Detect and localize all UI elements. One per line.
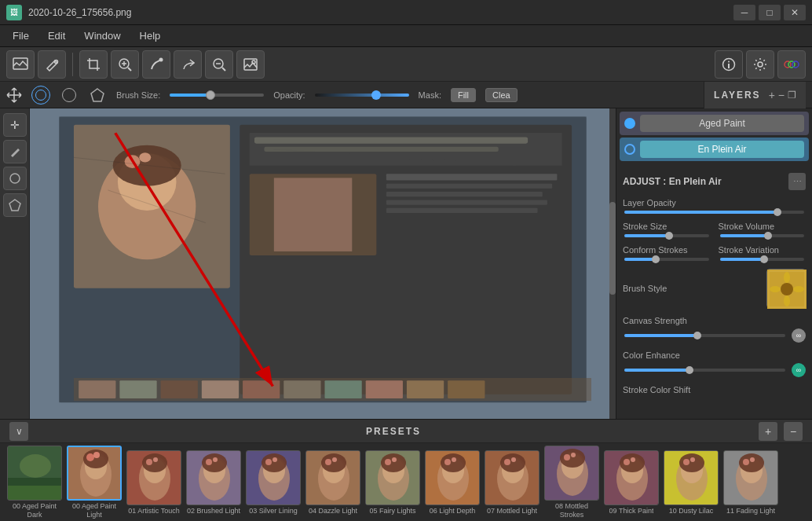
curve-button[interactable] <box>142 50 170 79</box>
svg-point-86 <box>206 459 212 465</box>
effects-button[interactable] <box>777 50 806 79</box>
image-button[interactable] <box>236 50 265 79</box>
preset-item[interactable]: 06 Light Depth <box>424 450 481 515</box>
move-canvas-tool[interactable]: ✛ <box>3 113 27 137</box>
adjust-title: ADJUST : En Plein Air <box>623 176 784 187</box>
svg-rect-44 <box>119 380 156 398</box>
layer-opacity-slider[interactable] <box>624 211 804 214</box>
presets-title: PRESETS <box>35 426 752 437</box>
layer-item-aged-paint[interactable]: Aged Paint <box>620 112 809 135</box>
layers-add-btn[interactable]: + <box>769 89 775 101</box>
preset-item[interactable]: 07 Mottled Light <box>484 450 540 515</box>
right-panel: Aged Paint En Plein Air ADJUST : En Plei… <box>616 108 812 419</box>
layer-visibility-dot[interactable] <box>624 118 635 129</box>
preset-item[interactable]: 00 Aged Paint Light <box>66 446 123 519</box>
preset-item[interactable]: 11 Fading Light <box>722 450 779 515</box>
polygon-tool[interactable] <box>88 86 107 105</box>
conform-strokes-slider[interactable] <box>624 258 709 261</box>
redo-button[interactable] <box>174 50 202 79</box>
layer-visibility-dot-2[interactable] <box>624 144 635 155</box>
svg-point-14 <box>728 61 730 62</box>
settings-button[interactable] <box>746 50 774 79</box>
minimize-button[interactable]: ─ <box>733 5 755 20</box>
info-button[interactable] <box>715 50 743 79</box>
svg-rect-46 <box>202 380 239 398</box>
mask-label: Mask: <box>419 90 441 100</box>
preset-item[interactable]: 09 Thick Paint <box>603 450 660 515</box>
preset-label: 00 Aged Paint Dark <box>7 502 62 519</box>
preset-item[interactable]: 02 Brushed Light <box>185 450 242 515</box>
svg-rect-69 <box>8 486 62 501</box>
svg-line-9 <box>222 68 225 71</box>
menu-window[interactable]: Window <box>75 27 130 45</box>
color-enhance-link-icon[interactable]: ∞ <box>792 363 806 377</box>
preset-item[interactable]: 03 Silver Lining <box>245 450 302 515</box>
adjust-options-btn[interactable]: ⋯ <box>788 173 806 190</box>
stroke-volume-param: Stroke Volume <box>719 222 807 237</box>
stroke-volume-slider[interactable] <box>720 234 805 237</box>
layers-copy-btn[interactable]: ❐ <box>788 90 796 101</box>
preset-thumbnail <box>126 450 181 505</box>
preset-label: 10 Dusty Lilac <box>669 507 714 515</box>
close-button[interactable]: ✕ <box>784 5 806 20</box>
preset-item[interactable]: 04 Dazzle Light <box>305 450 361 515</box>
vertical-scrollbar[interactable] <box>609 108 616 419</box>
brush-button[interactable] <box>38 50 66 79</box>
opacity-slider[interactable] <box>315 94 409 97</box>
svg-point-121 <box>560 449 585 468</box>
menu-help[interactable]: Help <box>130 27 170 45</box>
presets-scroll-area[interactable]: 00 Aged Paint Dark 00 Aged Paint Light 0… <box>0 443 812 521</box>
stroke-size-slider[interactable] <box>624 234 709 237</box>
circle-canvas-tool[interactable] <box>3 167 27 190</box>
zoom-out-button[interactable] <box>205 50 233 79</box>
brush-style-thumbnail[interactable] <box>766 269 806 308</box>
preset-thumbnail <box>186 450 241 505</box>
color-enhance-slider[interactable] <box>624 369 785 372</box>
preset-item[interactable]: 00 Aged Paint Dark <box>6 446 63 519</box>
preset-item[interactable]: 01 Artistic Touch <box>126 450 182 515</box>
layer-item-en-plein-air[interactable]: En Plein Air <box>620 138 809 161</box>
circle-tool[interactable] <box>60 86 79 105</box>
layers-remove-btn[interactable]: − <box>778 89 785 101</box>
polygon-canvas-tool[interactable] <box>3 193 27 217</box>
main-area: ✛ <box>0 108 812 419</box>
svg-point-91 <box>262 453 287 472</box>
layer-opacity-param: Layer Opacity <box>623 198 806 214</box>
clear-button[interactable]: Clea <box>485 88 518 102</box>
options-bar: Brush Size: Opacity: Mask: Fill Clea LAY… <box>0 82 812 108</box>
svg-point-92 <box>265 459 272 465</box>
preset-label: 00 Aged Paint Light <box>67 502 122 519</box>
stroke-variation-slider[interactable] <box>720 258 805 261</box>
artwork-svg <box>30 108 616 419</box>
selection-tool[interactable] <box>31 86 50 105</box>
canvas-strength-slider[interactable] <box>624 334 785 337</box>
scrollbar-thumb[interactable] <box>609 202 616 295</box>
stroke-params: Stroke Size Stroke Volume <box>623 222 806 237</box>
menu-file[interactable]: File <box>3 27 38 45</box>
svg-marker-21 <box>9 200 20 211</box>
canvas-strength-link-icon[interactable]: ∞ <box>792 328 806 343</box>
crop-button[interactable] <box>79 50 108 79</box>
fill-button[interactable]: Fill <box>451 88 476 102</box>
svg-rect-41 <box>386 208 538 213</box>
presets-add-btn[interactable]: + <box>759 422 777 441</box>
preset-item[interactable]: 10 Dusty Lilac <box>663 450 719 515</box>
preset-thumbnail <box>7 446 62 501</box>
preset-item[interactable]: 08 Mottled Strokes <box>543 446 600 519</box>
image-view-button[interactable] <box>6 50 35 79</box>
preset-label: 07 Mottled Light <box>487 507 537 515</box>
presets-collapse-btn[interactable]: ∨ <box>9 422 28 441</box>
svg-point-104 <box>385 459 391 465</box>
presets-remove-btn[interactable]: − <box>784 422 803 441</box>
svg-point-110 <box>444 459 451 465</box>
brush-style-label: Brush Style <box>623 284 760 293</box>
svg-point-98 <box>325 459 331 465</box>
menu-edit[interactable]: Edit <box>38 27 75 45</box>
brush-size-slider[interactable] <box>170 94 264 97</box>
preset-item[interactable]: 05 Fairy Lights <box>364 450 421 515</box>
zoom-in-button[interactable] <box>111 50 139 79</box>
canvas-strength-param: Canvas Strength ∞ <box>623 316 806 343</box>
svg-rect-39 <box>386 192 543 196</box>
maximize-button[interactable]: □ <box>759 5 781 20</box>
paint-tool[interactable] <box>3 140 27 163</box>
